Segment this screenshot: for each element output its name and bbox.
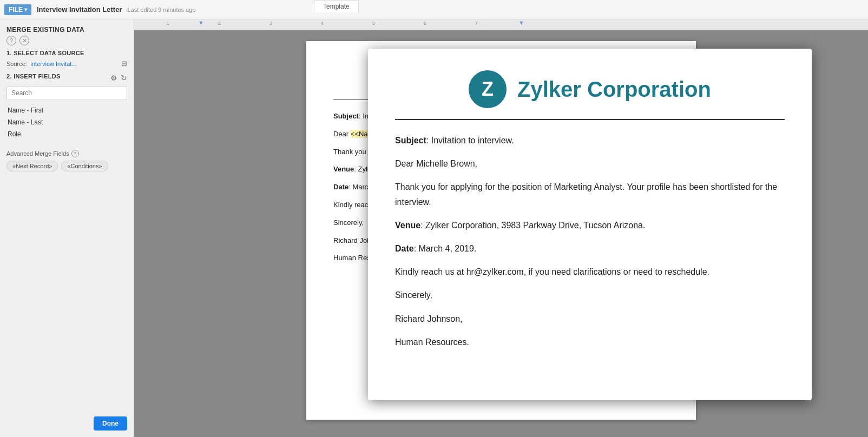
preview-subject-para: Subject: Invitation to interview. [395, 133, 785, 148]
refresh-icon[interactable]: ↻ [121, 74, 127, 82]
preview-company-name: Zylker Corporation [517, 77, 711, 102]
field-name-last[interactable]: Name - Last [6, 116, 127, 128]
preview-sincerely-para: Sincerely, [395, 288, 785, 302]
settings-icon[interactable]: ⚙ [110, 74, 117, 82]
last-edited-label: Last edited 9 minutes ago [127, 6, 195, 13]
advanced-merge-section: Advanced Merge Fields ? [6, 150, 127, 157]
insert-icons: ⚙ ↻ [110, 74, 127, 82]
section1-label: 1. SELECT DATA SOURCE [6, 50, 127, 56]
advanced-merge-label: Advanced Merge Fields [6, 150, 69, 157]
done-button[interactable]: Done [94, 416, 127, 431]
preview-date-para: Date: March 4, 2019. [395, 241, 785, 256]
preview-contact-para: Kindly reach us at hr@zylker.com, if you… [395, 264, 785, 279]
preview-venue-value: : Zylker Corporation, 3983 Parkway Drive… [420, 221, 645, 230]
close-icon[interactable]: ✕ [19, 36, 29, 45]
ruler: 1 2 3 4 5 6 7 ▼ ▼ [134, 19, 868, 30]
dear-text: Dear [333, 130, 351, 138]
template-tab[interactable]: Template [314, 0, 359, 12]
insert-header: 2. INSERT FIELDS ⚙ ↻ [6, 73, 127, 83]
field-list: Name - First Name - Last Role [6, 104, 127, 140]
search-input[interactable] [6, 86, 127, 100]
help-icon[interactable]: ? [6, 36, 16, 45]
next-record-button[interactable]: «Next Record» [6, 161, 58, 171]
conditions-button[interactable]: «Conditions» [61, 161, 108, 171]
preview-dear-para: Dear Michelle Brown, [395, 156, 785, 171]
field-name-first[interactable]: Name - First [6, 104, 127, 116]
sidebar-controls: ? ✕ [6, 36, 127, 45]
preview-logo-circle: Z [469, 70, 507, 108]
venue-label: Venue [333, 165, 354, 173]
source-link[interactable]: Interview Invitat... [30, 61, 118, 67]
preview-venue-para: Venue: Zylker Corporation, 3983 Parkway … [395, 218, 785, 233]
preview-date-value: : March 4, 2019. [414, 244, 477, 253]
advanced-merge-help-icon[interactable]: ? [71, 150, 79, 157]
preview-body: Subject: Invitation to interview. Dear M… [395, 133, 785, 349]
source-label: Source: [6, 61, 27, 67]
source-row: Source: Interview Invitat... ⊟ [6, 59, 127, 68]
preview-logo-row: Z Zylker Corporation [395, 70, 785, 108]
preview-subject-label: Subject [395, 136, 426, 145]
section2-label: 2. INSERT FIELDS [6, 73, 61, 80]
ruler-inner: 1 2 3 4 5 6 7 ▼ ▼ [134, 19, 868, 30]
field-role[interactable]: Role [6, 128, 127, 140]
top-bar: FILE Interview Invitation Letter Last ed… [0, 0, 868, 19]
preview-sign-dept-para: Human Resources. [395, 335, 785, 349]
preview-subject-value: : Invitation to interview. [426, 136, 514, 145]
merge-buttons: «Next Record» «Conditions» [6, 161, 127, 171]
preview-venue-label: Venue [395, 221, 420, 230]
preview-divider [395, 119, 785, 120]
sidebar-title: MERGE EXISTING DATA [6, 26, 127, 34]
subject-label: Subject [333, 112, 359, 120]
date-label: Date [333, 183, 348, 191]
preview-body-para: Thank you for applying for the position … [395, 180, 785, 209]
sidebar: MERGE EXISTING DATA ? ✕ 1. SELECT DATA S… [0, 19, 134, 437]
file-button[interactable]: FILE [4, 4, 31, 15]
preview-modal: Z Zylker Corporation Subject: Invitation… [368, 49, 812, 400]
filter-icon[interactable]: ⊟ [121, 59, 127, 68]
preview-sign-name-para: Richard Johnson, [395, 312, 785, 326]
doc-title: Interview Invitation Letter [37, 5, 122, 14]
preview-date-label: Date [395, 244, 414, 253]
